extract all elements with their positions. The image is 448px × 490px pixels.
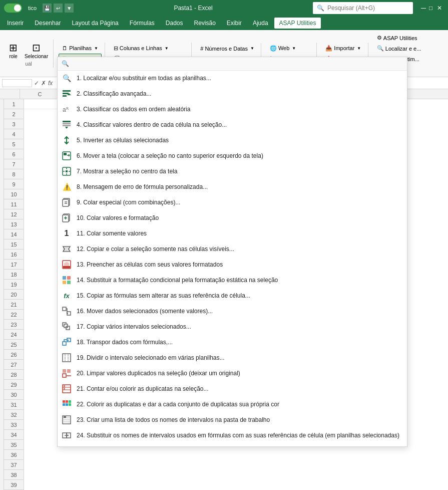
menu-item-asap[interactable]: ASAP Utilities (274, 18, 321, 29)
cross-icon[interactable]: ✗ (41, 80, 46, 87)
row-21: 21 (4, 300, 24, 310)
svg-rect-34 (63, 354, 71, 362)
dropdown-search-icon: 🔍 (62, 60, 69, 67)
menu-item-18[interactable]: 18. Transpor dados com fórmulas,... (58, 335, 407, 350)
menu-item-20[interactable]: 20. Limpar valores duplicados na seleção… (58, 366, 407, 381)
menu-item-25[interactable]: 25. Excluir todos os nomes de intervalos… (58, 443, 407, 446)
save-icon[interactable]: 💾 (43, 4, 52, 13)
menu-item-8[interactable]: ⚠️ 8. Mensagem de erro de fórmula person… (58, 179, 407, 195)
svg-marker-17 (63, 247, 70, 252)
ribbon-web-button[interactable]: 🌐 Web ▼ (266, 44, 313, 53)
row-4: 4 (4, 129, 24, 139)
ribbon-asap-utilities-button[interactable]: ⚙ ASAP Utilities (373, 33, 425, 43)
menu-item-22[interactable]: 22. Colorir as duplicatas e dar a cada c… (58, 397, 407, 412)
item-14-icon (62, 275, 72, 285)
item-11-text: 11. Colar somente valores (77, 230, 403, 237)
menu-item-1[interactable]: 🔍 1. Localizar e/ou substituir em todas … (58, 71, 407, 86)
row-23: 23 (4, 320, 24, 330)
row-num-header (0, 89, 20, 99)
menu-item-16[interactable]: 16. Mover dados selecionados (somente va… (58, 304, 407, 319)
item-10-icon (62, 213, 72, 223)
row-31: 31 (4, 400, 24, 410)
custom-quick-icon[interactable]: ▼ (65, 4, 74, 13)
search-icon: 🔍 (317, 5, 324, 12)
ribbon-numeros-button[interactable]: # Números e Datas ▼ (197, 44, 258, 53)
menu-item-19[interactable]: 19. Dividir o intervalo selecionado em v… (58, 350, 407, 366)
menu-item-ajuda[interactable]: Ajuda (248, 18, 273, 29)
menu-item-14[interactable]: 14. Substituir a formatação condicional … (58, 273, 407, 288)
row-16: 16 (4, 250, 24, 260)
menu-item-10[interactable]: 10. Colar valores e formatação (58, 210, 407, 226)
menu-item-formulas[interactable]: Fórmulas (125, 18, 160, 29)
fx-icon[interactable]: fx (48, 80, 53, 87)
checkmark-icon[interactable]: ✓ (34, 80, 39, 87)
menu-item-17[interactable]: 17. Copiar vários intervalos selecionado… (58, 319, 407, 335)
item-6-text: 6. Mover a tela (colocar a seleção no ca… (77, 152, 403, 159)
close-button[interactable]: ✕ (437, 5, 444, 12)
main-area: 1 2 3 4 5 6 7 8 9 10 11 12 13 14 15 16 1… (0, 99, 448, 490)
row-18: 18 (4, 270, 24, 280)
menu-item-15[interactable]: fx 15. Copiar as fórmulas sem alterar as… (58, 288, 407, 304)
ribbon-planilhas-button[interactable]: 🗒 Planilhas ▼ (59, 44, 102, 53)
menu-item-6[interactable]: 6. Mover a tela (colocar a seleção no ca… (58, 148, 407, 164)
minimize-button[interactable]: ─ (421, 5, 428, 12)
menu-item-23[interactable]: 23. Criar uma lista de todos os nomes de… (58, 412, 407, 428)
row-19: 19 (4, 280, 24, 290)
ribbon-controle-button[interactable]: ⊞ role (7, 41, 20, 60)
dropdown-search-input[interactable] (72, 60, 403, 67)
menu-item-24[interactable]: 24. Substituir os nomes de intervalos us… (58, 428, 407, 443)
menu-item-revisao[interactable]: Revisão (189, 18, 221, 29)
svg-rect-10 (64, 153, 67, 155)
item-16-icon (62, 306, 72, 316)
menu-item-dados[interactable]: Dados (161, 18, 188, 29)
svg-rect-6 (63, 123, 71, 124)
col-header-c[interactable]: C (20, 89, 60, 99)
row-12: 12 (4, 209, 24, 219)
menu-item-12[interactable]: 12. Copiar e colar a seleção somente nas… (58, 241, 407, 257)
row-numbers: 1 2 3 4 5 6 7 8 9 10 11 12 13 14 15 16 1… (4, 99, 24, 490)
menu-item-11[interactable]: 1 11. Colar somente valores (58, 226, 407, 241)
row-11: 11 (4, 199, 24, 209)
menu-item-exibir[interactable]: Exibir (222, 18, 247, 29)
item-4-text: 4. Classificar valores dentro de cada cé… (77, 121, 403, 128)
menu-item-9[interactable]: 9. Colar especial (com combinações)... (58, 195, 407, 210)
item-3-text: 3. Classificar os dados em ordem aleatór… (77, 106, 403, 113)
item-22-text: 22. Colorir as duplicatas e dar a cada c… (77, 401, 403, 408)
menu-item-layout[interactable]: Layout da Página (67, 18, 123, 29)
row-6: 6 (4, 149, 24, 159)
cell-reference-input[interactable] (2, 79, 32, 87)
row-3: 3 (4, 119, 24, 129)
undo-icon[interactable]: ↩ (54, 4, 63, 13)
menu-item-4[interactable]: 4. Classificar valores dentro de cada cé… (58, 117, 407, 133)
maximize-button[interactable]: □ (429, 5, 436, 12)
ribbon-importar-button[interactable]: 📥 Importar ▼ (322, 44, 365, 53)
row-5: 5 (4, 139, 24, 149)
item-2-text: 2. Classificação avançada... (77, 90, 403, 97)
svg-rect-39 (63, 374, 66, 377)
row-20: 20 (4, 290, 24, 300)
ribbon-selecionar-button[interactable]: ⊡ Selecionar (23, 41, 50, 60)
item-10-text: 10. Colar valores e formatação (77, 214, 403, 221)
menu-item-3[interactable]: aᴿ 3. Classificar os dados em ordem alea… (58, 102, 407, 117)
menu-item-13[interactable]: 13. Preencher as células com seus valore… (58, 257, 407, 273)
menu-item-desenhar[interactable]: Desenhar (30, 18, 66, 29)
menu-item-21[interactable]: 21. Contar e/ou colorir as duplicatas na… (58, 381, 407, 397)
svg-rect-44 (64, 385, 65, 387)
svg-rect-5 (63, 121, 71, 122)
search-input[interactable] (327, 5, 407, 12)
menu-bar: Inserir Desenhar Layout da Página Fórmul… (0, 16, 448, 30)
item-12-text: 12. Copiar e colar a seleção somente nas… (77, 246, 403, 253)
menu-item-5[interactable]: 5. Inverter as células selecionadas (58, 133, 407, 148)
formula-icons: ✓ ✗ fx (34, 80, 53, 87)
row-22: 22 (4, 310, 24, 320)
item-16-text: 16. Mover dados selecionados (somente va… (77, 308, 403, 315)
menu-item-2[interactable]: 2. Classificação avançada... (58, 86, 407, 102)
ribbon-localizar-button[interactable]: 🔍 Localizar e e... (373, 44, 425, 53)
ribbon-colunas-button[interactable]: ⊟ Colunas e Linhas ▼ (110, 44, 188, 53)
ribbon-toggle[interactable] (4, 4, 22, 13)
menu-item-7[interactable]: 7. Mostrar a seleção no centro da tela (58, 164, 407, 179)
item-11-icon: 1 (62, 228, 72, 238)
svg-rect-1 (63, 93, 69, 94)
menu-item-inserir[interactable]: Inserir (2, 18, 29, 29)
row-9: 9 (4, 179, 24, 189)
